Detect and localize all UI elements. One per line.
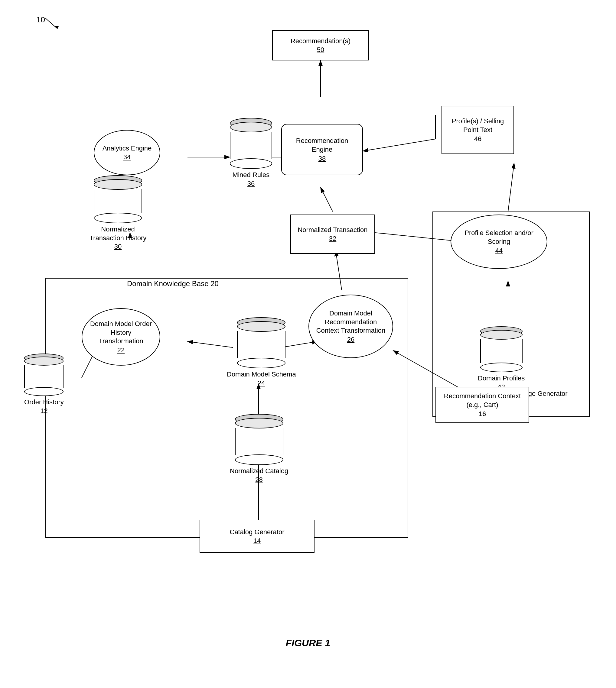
recommendation-context-node: Recommendation Context (e.g., Cart) 16 <box>436 387 529 423</box>
normalized-catalog-node: Normalized Catalog 28 <box>230 414 288 484</box>
domain-model-order-node: Domain Model Order History Transformatio… <box>82 308 160 366</box>
svg-line-6 <box>363 139 436 151</box>
normalized-transaction-node: Normalized Transaction 32 <box>290 214 375 254</box>
figure-label: FIGURE 1 <box>286 638 331 649</box>
diagram-container: 10 Domain Knowledge Base 20 Recommendati… <box>0 0 616 688</box>
domain-model-schema-node: Domain Model Schema 24 <box>227 317 296 387</box>
catalog-generator-node: Catalog Generator 14 <box>200 520 314 553</box>
svg-line-16 <box>508 163 514 211</box>
mined-rules-node: Mined Rules 36 <box>230 118 272 188</box>
normalized-transaction-history-node: Normalized Transaction History 30 <box>88 175 148 251</box>
analytics-engine-node: Analytics Engine 34 <box>94 130 160 175</box>
profile-selection-node: Profile Selection and/or Scoring 44 <box>450 214 547 269</box>
order-history-node: Order History 12 <box>24 353 64 415</box>
domain-model-rec-node: Domain Model Recommendation Context Tran… <box>308 295 393 358</box>
domain-profiles-node: Domain Profiles 42 <box>478 326 525 391</box>
recommendations-node: Recommendation(s) 50 <box>272 30 369 61</box>
recommendation-engine-node: Recommendation Engine 38 <box>281 124 363 175</box>
domain-knowledge-label: Domain Knowledge Base 20 <box>127 279 219 288</box>
id-arrow <box>44 17 62 32</box>
svg-line-7 <box>321 187 333 211</box>
profiles-selling-node: Profile(s) / Selling Point Text 46 <box>441 106 514 154</box>
